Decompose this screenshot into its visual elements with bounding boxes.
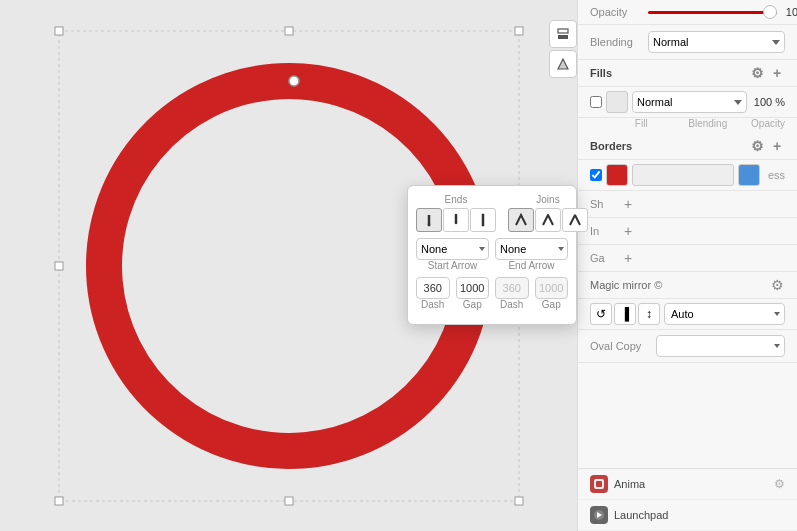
border-color-swatch[interactable]	[606, 164, 628, 186]
joins-label: Joins	[508, 194, 588, 205]
start-dash-group: Dash	[416, 277, 450, 312]
launchpad-plugin-row[interactable]: Launchpad	[578, 500, 797, 531]
fills-blending-select[interactable]: Normal	[632, 91, 747, 113]
magic-mirror-row: Magic mirror © ⚙	[578, 272, 797, 299]
shadow-row: Sh +	[578, 191, 797, 218]
dash-gap-row: Dash Gap Dash Gap	[416, 277, 568, 312]
inner-shadow-row: In +	[578, 218, 797, 245]
fills-row: Normal 100 %	[578, 87, 797, 118]
fills-title: Fills	[590, 67, 745, 79]
bottom-panel: Anima ⚙ Launchpad	[578, 468, 797, 531]
join-icon-3[interactable]	[562, 208, 588, 232]
fills-add-icon[interactable]: +	[769, 65, 785, 81]
shadow-add-icon[interactable]: +	[620, 196, 636, 212]
right-panel: Opacity 100 % Blending Normal Multiply S…	[577, 0, 797, 531]
start-gap-input[interactable]	[456, 277, 490, 299]
mm-icons-group: ↺ ▐ ↕	[590, 303, 660, 325]
end-icon-1[interactable]	[416, 208, 442, 232]
end-icon-2[interactable]	[443, 208, 469, 232]
start-gap-label: Gap	[456, 299, 490, 310]
oval-copy-row: Oval Copy	[578, 330, 797, 363]
end-arrow-label: End Arrow	[495, 260, 568, 271]
toolbar-icon-1[interactable]	[549, 20, 577, 48]
fills-opacity-value: 100 %	[751, 96, 785, 108]
blending-select[interactable]: Normal Multiply Screen Overlay	[648, 31, 785, 53]
start-dash-input[interactable]	[416, 277, 450, 299]
blending-label: Blending	[590, 36, 642, 48]
end-dash-input	[495, 277, 529, 299]
start-dash-label: Dash	[416, 299, 450, 310]
fill-label: Fill	[618, 118, 665, 129]
popup-icons-row: Ends	[416, 194, 568, 232]
svg-rect-7	[285, 27, 293, 35]
border-blue-swatch[interactable]	[738, 164, 760, 186]
borders-section-header: Borders ⚙ +	[578, 133, 797, 160]
ends-icons	[416, 208, 496, 232]
ends-group: Ends	[416, 194, 496, 232]
opacity-slider-container	[648, 11, 777, 14]
inner-shadow-add-icon[interactable]: +	[620, 223, 636, 239]
oval-copy-select[interactable]	[656, 335, 785, 357]
opacity-row: Opacity 100 %	[578, 0, 797, 25]
anima-plugin-row[interactable]: Anima ⚙	[578, 469, 797, 500]
join-icon-2[interactable]	[535, 208, 561, 232]
anima-gear-icon[interactable]: ⚙	[774, 477, 785, 491]
magic-mirror-label: Magic mirror ©	[590, 279, 761, 291]
gap-row: Ga +	[578, 245, 797, 272]
mm-icon-rotate[interactable]: ↺	[590, 303, 612, 325]
fills-settings-icon[interactable]: ⚙	[749, 65, 765, 81]
fills-section-header: Fills ⚙ +	[578, 60, 797, 87]
opacity-value: 100 %	[783, 6, 797, 18]
magic-mirror-controls: ↺ ▐ ↕ Auto None Horizontal Vertical	[578, 299, 797, 330]
end-icon-3[interactable]	[470, 208, 496, 232]
svg-rect-14	[558, 35, 568, 39]
fills-sub-labels: Fill Blending Opacity	[578, 118, 797, 133]
anima-label: Anima	[614, 478, 768, 490]
svg-rect-18	[596, 481, 602, 487]
magic-mirror-settings-icon[interactable]: ⚙	[769, 277, 785, 293]
fills-checkbox[interactable]	[590, 96, 602, 108]
svg-rect-4	[515, 27, 523, 35]
end-gap-input	[535, 277, 569, 299]
start-arrow-label: Start Arrow	[416, 260, 489, 271]
oval-copy-label: Oval Copy	[590, 340, 650, 352]
border-thickness: ess	[764, 169, 785, 181]
border-value-bar	[632, 164, 734, 186]
end-dash-group: Dash	[495, 277, 529, 312]
joins-group: Joins	[508, 194, 588, 232]
shadow-label: Sh	[590, 198, 610, 210]
end-gap-group: Gap	[535, 277, 569, 312]
end-arrow-group: None Arrow Open Circle End Arrow	[495, 238, 568, 273]
borders-add-icon[interactable]: +	[769, 138, 785, 154]
start-arrow-select[interactable]: None Arrow Open Circle	[416, 238, 489, 260]
popup-content: Ends	[407, 185, 577, 325]
joins-icons	[508, 208, 588, 232]
mm-icon-bar[interactable]: ▐	[614, 303, 636, 325]
join-icon-1[interactable]	[508, 208, 534, 232]
blending-sub-label: Blending	[685, 118, 732, 129]
canvas-toolbar	[549, 20, 577, 78]
borders-title: Borders	[590, 140, 745, 152]
opacity-label: Opacity	[590, 6, 642, 18]
border-checkbox[interactable]	[590, 169, 602, 181]
magic-mirror-select[interactable]: Auto None Horizontal Vertical	[664, 303, 785, 325]
opacity-slider[interactable]	[648, 11, 777, 14]
svg-rect-6	[515, 497, 523, 505]
svg-rect-5	[55, 497, 63, 505]
borders-settings-icon[interactable]: ⚙	[749, 138, 765, 154]
launchpad-label: Launchpad	[614, 509, 785, 521]
gap-add-icon[interactable]: +	[620, 250, 636, 266]
start-arrow-group: None Arrow Open Circle Start Arrow	[416, 238, 489, 273]
blending-row: Blending Normal Multiply Screen Overlay	[578, 25, 797, 60]
toolbar-icon-2[interactable]	[549, 50, 577, 78]
fill-color-swatch[interactable]	[606, 91, 628, 113]
svg-point-11	[289, 76, 299, 86]
end-arrow-select[interactable]: None Arrow Open Circle	[495, 238, 568, 260]
svg-marker-16	[558, 59, 568, 69]
inner-shadow-label: In	[590, 225, 610, 237]
anima-icon	[590, 475, 608, 493]
gap-label: Ga	[590, 252, 610, 264]
end-dash-label: Dash	[495, 299, 529, 310]
mm-icon-flip[interactable]: ↕	[638, 303, 660, 325]
ends-label: Ends	[416, 194, 496, 205]
